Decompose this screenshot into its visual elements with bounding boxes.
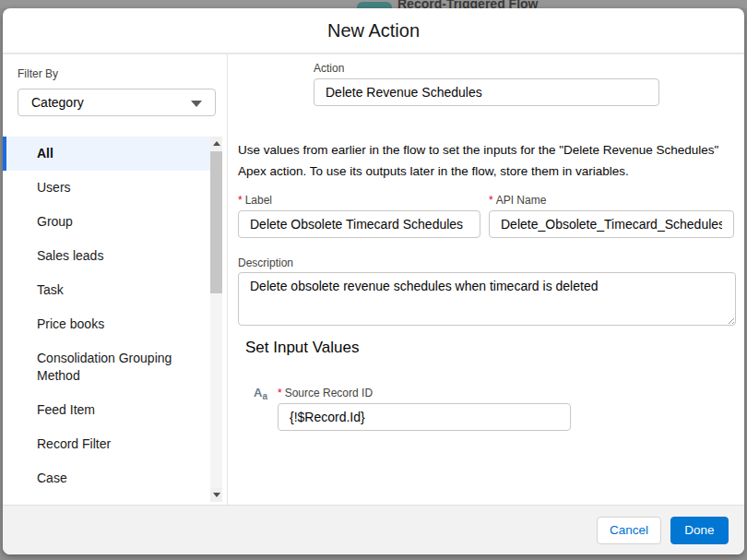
api-name-field-label: *API Name xyxy=(489,194,546,207)
required-asterisk: * xyxy=(278,387,282,399)
action-input[interactable] xyxy=(314,78,659,106)
chevron-down-icon xyxy=(191,101,202,107)
sidebar-item-feed-item[interactable]: Feed Item xyxy=(3,393,213,427)
modal-footer: Cancel Done xyxy=(3,505,744,554)
new-action-modal: New Action Filter By Category AllUsersGr… xyxy=(3,8,744,554)
api-name-input[interactable] xyxy=(489,210,734,238)
scroll-down-button[interactable] xyxy=(210,488,222,502)
source-record-id-label: *Source Record ID xyxy=(278,387,373,399)
sidebar-item-sales-leads[interactable]: Sales leads xyxy=(3,239,213,273)
flow-icon xyxy=(357,2,392,8)
modal-header: New Action xyxy=(3,8,744,54)
sidebar-scrollbar[interactable] xyxy=(210,137,222,502)
scrollbar-thumb[interactable] xyxy=(210,151,222,293)
background-overlay: Record-Triggered Flow xyxy=(0,0,747,8)
label-field-label: *Label xyxy=(238,194,272,207)
scroll-up-button[interactable] xyxy=(210,137,222,150)
sidebar-item-group[interactable]: Group xyxy=(3,205,213,239)
sidebar-item-task[interactable]: Task xyxy=(3,273,213,307)
modal-title: New Action xyxy=(327,20,420,42)
action-form-panel: Action Use values from earlier in the fl… xyxy=(228,54,744,505)
required-asterisk: * xyxy=(238,194,243,207)
category-dropdown-value: Category xyxy=(31,95,84,110)
description-field-label: Description xyxy=(238,256,293,269)
action-label: Action xyxy=(314,62,344,75)
set-input-values-heading: Set Input Values xyxy=(245,339,360,357)
sidebar-item-users[interactable]: Users xyxy=(3,171,213,205)
done-button[interactable]: Done xyxy=(670,517,729,544)
category-dropdown[interactable]: Category xyxy=(18,89,216,116)
description-textarea[interactable]: Delete obsolete revenue schedules when t… xyxy=(238,272,736,326)
sidebar-item-all[interactable]: All xyxy=(3,137,213,171)
source-record-id-input[interactable] xyxy=(278,403,571,431)
sidebar-item-consolidation-grouping-method[interactable]: Consolidation Grouping Method xyxy=(3,341,213,393)
label-input[interactable] xyxy=(238,210,480,238)
cancel-button[interactable]: Cancel xyxy=(597,517,661,544)
background-flow-title: Record-Triggered Flow xyxy=(397,0,538,8)
scroll-down-icon xyxy=(213,493,220,497)
category-sidebar: Filter By Category AllUsersGroupSales le… xyxy=(3,54,228,505)
text-type-icon: Aa xyxy=(254,386,267,401)
sidebar-item-price-books[interactable]: Price books xyxy=(3,307,213,341)
help-text: Use values from earlier in the flow to s… xyxy=(238,139,738,182)
sidebar-item-record-filter[interactable]: Record Filter xyxy=(3,427,213,461)
modal-body: Filter By Category AllUsersGroupSales le… xyxy=(3,54,744,505)
category-list: AllUsersGroupSales leadsTaskPrice booksC… xyxy=(3,137,213,505)
scroll-up-icon xyxy=(213,141,220,146)
sidebar-item-case[interactable]: Case xyxy=(3,461,213,495)
required-asterisk: * xyxy=(489,194,493,207)
filter-by-label: Filter By xyxy=(18,67,58,80)
